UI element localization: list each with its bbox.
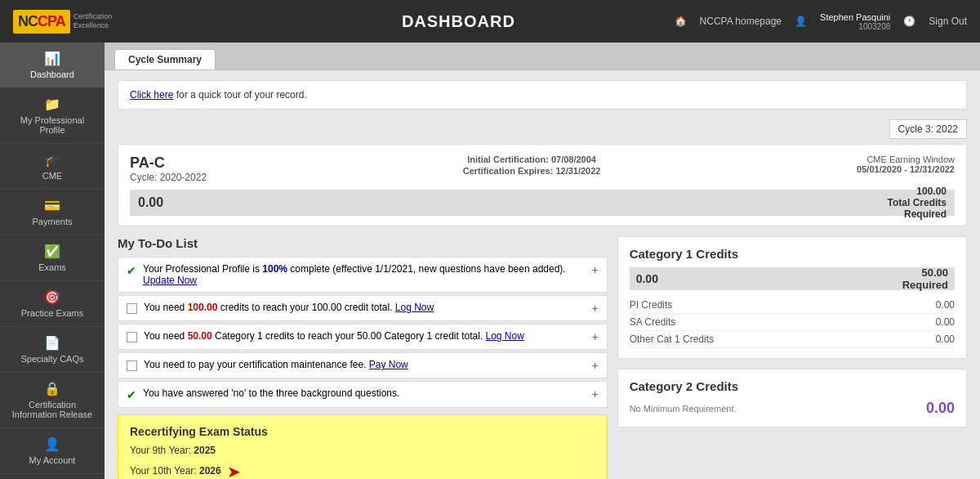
tour-banner: Click here for a quick tour of your reco…: [118, 80, 967, 110]
plus-icon-5[interactable]: +: [591, 387, 598, 401]
tab-cycle-summary[interactable]: Cycle Summary: [114, 49, 216, 69]
sidebar-label-practice-exams: Practice Exams: [21, 308, 83, 318]
cat1-title: Category 1 Credits: [630, 247, 955, 261]
my-account-icon: 👤: [44, 436, 60, 452]
sidebar-item-cme[interactable]: 🎓 CME: [0, 144, 105, 190]
practice-exams-icon: 🎯: [44, 289, 60, 305]
user-info: Stephen Pasquini 1003208: [820, 12, 890, 31]
sidebar-item-specialty-caqs[interactable]: 📄 Specialty CAQs: [0, 327, 105, 373]
todo-item-4: You need to pay your certification maint…: [118, 352, 608, 378]
recert-box: Recertifying Exam Status Your 9th Year: …: [118, 414, 608, 479]
sidebar-label-cme: CME: [42, 171, 62, 181]
other-cat1-row: Other Cat 1 Credits 0.00: [630, 331, 955, 348]
exams-icon: ✅: [44, 244, 60, 259]
todo-item-1: ✔ Your Professional Profile is 100% comp…: [118, 257, 608, 293]
dashboard-icon: 📊: [44, 51, 60, 66]
sidebar-label-profile: My Professional Profile: [7, 115, 98, 135]
plus-icon-1[interactable]: +: [591, 263, 598, 276]
logo: NCCPA: [13, 10, 70, 34]
recert-title: Recertifying Exam Status: [130, 425, 595, 438]
tenth-year-label: Your 10th Year:: [130, 465, 197, 477]
sidebar-label-specialty-caqs: Specialty CAQs: [20, 354, 83, 364]
clock-icon: 🕐: [903, 16, 915, 27]
pac-window: CME Earning Window 05/01/2020 - 12/31/20…: [857, 154, 955, 183]
sidebar-item-my-account[interactable]: 👤 My Account: [0, 428, 105, 474]
cert-expires: Certification Expires: 12/31/2022: [463, 166, 601, 176]
sidebar-item-news[interactable]: 📰 Latest NCCPA News: [0, 474, 105, 479]
main-layout: 📊 Dashboard 📁 My Professional Profile 🎓 …: [0, 43, 980, 479]
ninth-year-value: 2025: [194, 445, 216, 456]
sidebar: 📊 Dashboard 📁 My Professional Profile 🎓 …: [0, 43, 105, 479]
logo-cpa: CPA: [38, 13, 65, 29]
tour-link[interactable]: Click here: [130, 89, 173, 101]
pac-designation: PA-C: [130, 154, 207, 172]
sidebar-item-dashboard[interactable]: 📊 Dashboard: [0, 43, 105, 88]
page-content: Click here for a quick tour of your reco…: [105, 70, 980, 479]
cat1-required: 50.00 Required: [902, 266, 948, 291]
update-now-link[interactable]: Update Now: [143, 275, 197, 286]
sidebar-item-profile[interactable]: 📁 My Professional Profile: [0, 88, 105, 144]
cat2-note: No Minimum Requirement.: [630, 404, 737, 414]
pay-now-link[interactable]: Pay Now: [369, 359, 408, 370]
sa-credits-label: SA Credits: [630, 316, 676, 328]
pi-credits-label: PI Credits: [630, 299, 673, 311]
required-label: Required: [888, 208, 947, 220]
pac-cycle: Cycle: 2020-2022: [130, 172, 207, 183]
pac-meta: Initial Certification: 07/08/2004 Certif…: [463, 154, 601, 183]
logo-nc: NC: [18, 13, 38, 29]
sidebar-label-exams: Exams: [38, 262, 66, 272]
cme-icon: 🎓: [44, 152, 60, 168]
cert-info-icon: 🔒: [44, 381, 60, 396]
cat2-inner: No Minimum Requirement. 0.00: [630, 400, 955, 417]
right-col: Category 1 Credits 0.00 50.00 Required: [617, 236, 967, 479]
sidebar-item-exams[interactable]: ✅ Exams: [0, 235, 105, 281]
checkbox-3[interactable]: [127, 332, 137, 342]
sa-credits-row: SA Credits 0.00: [630, 314, 955, 331]
checkbox-4[interactable]: [127, 360, 137, 371]
plus-icon-2[interactable]: +: [591, 302, 598, 315]
pac-card: PA-C Cycle: 2020-2022 Initial Certificat…: [118, 144, 967, 226]
arrow-icon: ➤: [227, 459, 241, 479]
tab-bar: Cycle Summary: [105, 43, 980, 70]
username: Stephen Pasquini: [820, 12, 890, 22]
sidebar-item-payments[interactable]: 💳 Payments: [0, 190, 105, 235]
pi-credits-value: 0.00: [936, 299, 955, 311]
logo-tagline: CertificationExcellence: [74, 12, 113, 30]
payments-icon: 💳: [44, 198, 60, 213]
home-icon: 🏠: [675, 16, 687, 27]
cat2-value: 0.00: [926, 400, 955, 417]
todo-text-3: You need 50.00 Category 1 credits to rea…: [144, 330, 524, 342]
pac-header: PA-C Cycle: 2020-2022 Initial Certificat…: [130, 154, 955, 183]
signout-link[interactable]: Sign Out: [929, 16, 967, 27]
total-label: Total Credits: [888, 197, 947, 208]
sidebar-label-my-account: My Account: [29, 455, 76, 465]
two-col-section: My To-Do List ✔ Your Professional Profil…: [118, 236, 967, 479]
log-now-link-2[interactable]: Log Now: [395, 302, 434, 313]
sidebar-label-cert-info: Certification Information Release: [7, 400, 98, 419]
cat2-title: Category 2 Credits: [630, 379, 955, 393]
plus-icon-3[interactable]: +: [591, 330, 598, 343]
checkbox-2[interactable]: [127, 303, 137, 314]
logo-area: NCCPA CertificationExcellence: [13, 10, 112, 34]
sidebar-item-cert-info[interactable]: 🔒 Certification Information Release: [0, 373, 105, 428]
profile-icon: 📁: [44, 96, 60, 112]
page-title: DASHBOARD: [402, 12, 515, 31]
tour-text: for a quick tour of your record.: [173, 89, 306, 101]
header-right: 🏠 NCCPA homepage 👤 Stephen Pasquini 1003…: [675, 12, 967, 31]
sidebar-item-practice-exams[interactable]: 🎯 Practice Exams: [0, 281, 105, 327]
specialty-caqs-icon: 📄: [44, 335, 60, 351]
category-1-card: Category 1 Credits 0.00 50.00 Required: [617, 236, 967, 359]
nccpa-homepage-link[interactable]: NCCPA homepage: [700, 16, 782, 27]
todo-text-4: You need to pay your certification maint…: [144, 359, 408, 370]
cycle-button[interactable]: Cycle 3: 2022: [889, 119, 967, 139]
log-now-link-3[interactable]: Log Now: [486, 330, 524, 342]
todo-item-2: You need 100.00 credits to reach your 10…: [118, 295, 608, 321]
plus-icon-4[interactable]: +: [591, 359, 598, 372]
sidebar-label-dashboard: Dashboard: [30, 69, 74, 79]
other-cat1-value: 0.00: [936, 334, 955, 345]
ninth-year-label: Your 9th Year:: [130, 445, 191, 456]
recert-years: Your 9th Year: 2025 Your 10th Year: 2026…: [130, 443, 595, 479]
check-icon-1: ✔: [127, 264, 136, 277]
tenth-year-value: 2026: [199, 465, 221, 477]
pac-left: PA-C Cycle: 2020-2022: [130, 154, 207, 183]
